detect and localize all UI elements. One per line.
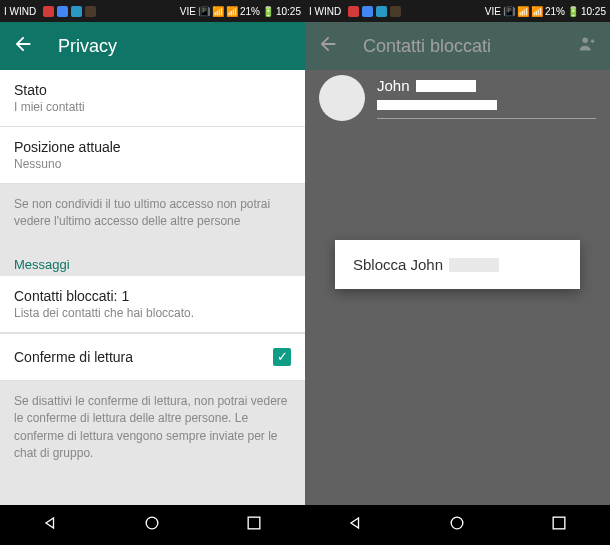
network-label: VIE (180, 6, 196, 17)
svg-point-3 (452, 517, 464, 529)
nav-bar (0, 505, 305, 545)
row-read-receipts[interactable]: Conferme di lettura ✓ (0, 333, 305, 381)
location-value: Nessuno (14, 157, 291, 171)
svg-rect-4 (553, 517, 565, 529)
nav-back-icon[interactable] (41, 513, 61, 537)
svg-rect-1 (248, 517, 260, 529)
battery-icon: 🔋 (567, 6, 579, 17)
contact-name: John (377, 77, 410, 94)
redacted-text (416, 80, 476, 92)
carrier-label: I WIND (309, 6, 341, 17)
clock: 10:25 (276, 6, 301, 17)
state-value: I miei contatti (14, 100, 291, 114)
notification-icon (376, 6, 387, 17)
nav-bar (305, 505, 610, 545)
vibrate-icon: 📳 (503, 6, 515, 17)
nav-home-icon[interactable] (447, 513, 467, 537)
read-receipts-label: Conferme di lettura (14, 349, 133, 365)
state-label: Stato (14, 82, 291, 98)
wifi-icon: 📶 (517, 6, 529, 17)
signal-icon: 📶 (531, 6, 543, 17)
unblock-action[interactable]: Sblocca John (353, 256, 443, 273)
row-state[interactable]: Stato I miei contatti (0, 70, 305, 127)
nav-recent-icon[interactable] (549, 513, 569, 537)
battery-level: 21% (240, 6, 260, 17)
wifi-icon: 📶 (212, 6, 224, 17)
lastseen-hint: Se non condividi il tuo ultimo accesso n… (0, 184, 305, 243)
svg-point-0 (147, 517, 159, 529)
carrier-label: I WIND (4, 6, 36, 17)
notification-icon (390, 6, 401, 17)
blocked-screen: I WIND VIE 📳 📶 📶 21% 🔋 10:25 Contatti bl… (305, 0, 610, 545)
nav-back-icon[interactable] (346, 513, 366, 537)
notification-icon (57, 6, 68, 17)
privacy-content: Stato I miei contatti Posizione attuale … (0, 70, 305, 505)
battery-level: 21% (545, 6, 565, 17)
app-bar: Privacy (0, 22, 305, 70)
vibrate-icon: 📳 (198, 6, 210, 17)
context-menu: Sblocca John (335, 240, 580, 289)
clock: 10:25 (581, 6, 606, 17)
notification-icon (43, 6, 54, 17)
read-receipts-hint: Se disattivi le conferme di lettura, non… (0, 381, 305, 475)
status-bar: I WIND VIE 📳 📶 📶 21% 🔋 10:25 (305, 0, 610, 22)
notification-icon (348, 6, 359, 17)
notification-icon (71, 6, 82, 17)
network-label: VIE (485, 6, 501, 17)
blocked-contact-row[interactable]: John (319, 75, 596, 121)
avatar (319, 75, 365, 121)
status-bar: I WIND VIE 📳 📶 📶 21% 🔋 10:25 (0, 0, 305, 22)
row-location[interactable]: Posizione attuale Nessuno (0, 127, 305, 184)
page-title: Privacy (58, 36, 293, 57)
nav-recent-icon[interactable] (244, 513, 264, 537)
signal-icon: 📶 (226, 6, 238, 17)
checkbox-checked-icon[interactable]: ✓ (273, 348, 291, 366)
back-icon[interactable] (12, 33, 34, 59)
battery-icon: 🔋 (262, 6, 274, 17)
blocked-sub: Lista dei contatti che hai bloccato. (14, 306, 291, 320)
notification-icon (85, 6, 96, 17)
redacted-text (449, 258, 499, 272)
redacted-text (377, 100, 497, 110)
messages-header: Messaggi (0, 243, 305, 276)
nav-home-icon[interactable] (142, 513, 162, 537)
privacy-screen: I WIND VIE 📳 📶 📶 21% 🔋 10:25 Privacy Sta… (0, 0, 305, 545)
notification-icon (362, 6, 373, 17)
blocked-label: Contatti bloccati: 1 (14, 288, 291, 304)
row-blocked[interactable]: Contatti bloccati: 1 Lista dei contatti … (0, 276, 305, 333)
location-label: Posizione attuale (14, 139, 291, 155)
